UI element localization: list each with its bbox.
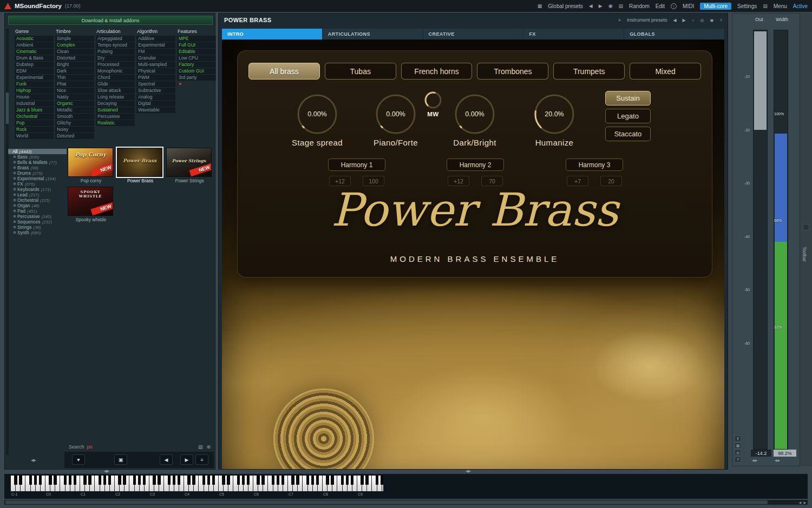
- tree-item-strings[interactable]: ⊕Strings(38): [8, 225, 67, 230]
- tag-tempo-synced[interactable]: Tempo synced: [96, 42, 135, 48]
- piano-key-black[interactable]: [99, 476, 102, 485]
- scroll-left-icon[interactable]: ◀: [798, 500, 801, 504]
- tag-orchestral[interactable]: Orchestral: [15, 114, 54, 120]
- tree-item-bass[interactable]: ⊕Bass(836): [8, 154, 67, 160]
- piano-key-black[interactable]: [39, 476, 42, 485]
- horizontal-scrollbar[interactable]: ◀ ▶: [4, 500, 808, 505]
- piano-key-black[interactable]: [242, 476, 245, 485]
- tag-organic[interactable]: Organic: [55, 101, 94, 107]
- width-meter[interactable]: [774, 30, 788, 450]
- piano-key-black[interactable]: [227, 476, 230, 485]
- tree-item-experimental[interactable]: ⊕Experimental(194): [8, 176, 67, 181]
- piano-key-black[interactable]: [381, 476, 383, 485]
- tab-fx[interactable]: FX: [523, 29, 624, 39]
- piano-key-black[interactable]: [207, 476, 211, 485]
- out-meter-range-arrows[interactable]: ◀▶: [752, 458, 758, 462]
- record-icon[interactable]: ◉: [608, 3, 613, 9]
- piano-key-black[interactable]: [187, 476, 191, 485]
- settings-button[interactable]: Settings: [737, 3, 757, 9]
- piano-key-black[interactable]: [118, 476, 121, 485]
- tag-dry[interactable]: Dry: [96, 55, 135, 61]
- browser-menu-button[interactable]: ≡: [195, 454, 208, 465]
- tag-slow-attack[interactable]: Slow attack: [96, 88, 135, 94]
- download-addons-button[interactable]: Download & Install addons: [8, 16, 213, 25]
- piano-key-black[interactable]: [351, 476, 354, 485]
- virtual-keys-icon[interactable]: ▤: [619, 3, 624, 9]
- search-input[interactable]: po: [87, 444, 93, 450]
- tag-experimental[interactable]: Experimental: [136, 42, 175, 48]
- tab-intro[interactable]: INTRO: [222, 29, 322, 39]
- tag-phat[interactable]: Phat: [55, 81, 94, 87]
- piano-key-black[interactable]: [29, 476, 32, 485]
- tree-item-orchestral[interactable]: ⊕Orchestral(115): [8, 197, 67, 203]
- french-horns-button[interactable]: French horns: [401, 63, 473, 80]
- tag-industrial[interactable]: Industrial: [15, 101, 54, 107]
- tag-sustained[interactable]: Sustained: [96, 107, 135, 113]
- prev-result-button[interactable]: ◀: [160, 454, 173, 465]
- harmony-2-button[interactable]: Harmony 2: [447, 159, 504, 171]
- piano-key-black[interactable]: [83, 476, 87, 485]
- tag-experimental[interactable]: Experimental: [15, 75, 54, 81]
- tree-item-synth[interactable]: ⊕Synth(680): [8, 230, 67, 235]
- tag-subtractive[interactable]: Subtractive: [136, 88, 175, 94]
- tag-thin[interactable]: Thin: [55, 75, 94, 81]
- horizontal-scrollbar-handle[interactable]: [5, 500, 768, 504]
- tag-glitchy[interactable]: Glitchy: [55, 120, 94, 126]
- piano-key-black[interactable]: [19, 476, 22, 485]
- trombones-button[interactable]: Trombones: [477, 63, 548, 80]
- knob-stage-spread[interactable]: 0.00%Stage spread: [279, 94, 355, 147]
- favorite-tag[interactable]: ♥: [177, 81, 216, 87]
- tree-item-lead[interactable]: ⊕Lead(217): [8, 192, 67, 197]
- tag-nasty[interactable]: Nasty: [55, 94, 94, 100]
- keyboard-icon[interactable]: ▤: [763, 3, 768, 9]
- global-presets-button[interactable]: Global presets: [548, 3, 582, 9]
- tree-item-organ[interactable]: ⊕Organ(48): [8, 203, 67, 208]
- tag-clean[interactable]: Clean: [55, 49, 94, 55]
- piano-key-black[interactable]: [277, 476, 280, 485]
- tab-creative[interactable]: CREATIVE: [423, 29, 523, 39]
- tag-house[interactable]: House: [15, 94, 54, 100]
- tag-distorted[interactable]: Distorted: [55, 55, 94, 61]
- piano-key-black[interactable]: [178, 476, 181, 485]
- scrollbar-handle[interactable]: [6, 93, 9, 124]
- preset-thumbnail-spooky-whistle[interactable]: SPOOKY WHISTLENEWSpooky whistle: [68, 187, 114, 222]
- piano-key-black[interactable]: [153, 476, 156, 485]
- tag-cinematic[interactable]: Cinematic: [15, 49, 54, 55]
- tag-digital[interactable]: Digital: [136, 101, 175, 107]
- tree-item-keyboards[interactable]: ⊕Keyboards(171): [8, 187, 67, 192]
- main-panel-resize-handle[interactable]: ◀▶: [466, 469, 470, 473]
- tag-physical[interactable]: Physical: [136, 68, 175, 74]
- piano-key-black[interactable]: [143, 476, 146, 485]
- tag-3rd-party[interactable]: 3rd party: [177, 75, 216, 81]
- piano-key-black[interactable]: [361, 476, 364, 485]
- tag-pop[interactable]: Pop: [15, 120, 54, 126]
- tree-item-drums[interactable]: ⊕Drums(275): [8, 170, 67, 176]
- piano-key-black[interactable]: [331, 476, 334, 485]
- morph-icon[interactable]: ○: [692, 18, 695, 23]
- piano-key-black[interactable]: [365, 476, 369, 485]
- piano-key-black[interactable]: [346, 476, 349, 485]
- tag-spectral[interactable]: Spectral: [136, 81, 175, 87]
- tag-smooth[interactable]: Smooth: [55, 114, 94, 120]
- legato-button[interactable]: Legato: [605, 109, 651, 123]
- tag-jazz-blues[interactable]: Jazz & blues: [15, 107, 54, 113]
- tag-chord[interactable]: Chord: [96, 75, 135, 81]
- random-button[interactable]: Random: [629, 3, 650, 9]
- tree-item-bells-mallets[interactable]: ⊕Bells & Mallets(77): [8, 160, 67, 165]
- piano-key-black[interactable]: [202, 476, 206, 485]
- tree-item-fx[interactable]: ⊕FX(676): [8, 181, 67, 187]
- tag-glide[interactable]: Glide: [96, 81, 135, 87]
- meter-mode-button[interactable]: ◎: [735, 450, 741, 456]
- mixed-button[interactable]: Mixed: [630, 63, 701, 80]
- piano-key-black[interactable]: [376, 476, 379, 485]
- search-keyboard-icon[interactable]: ▤: [198, 444, 203, 450]
- piano-key-black[interactable]: [247, 476, 250, 485]
- tag-acoustic[interactable]: Acoustic: [15, 36, 54, 42]
- meter-help-button[interactable]: ?: [735, 457, 741, 463]
- preset-thumbnail-power-brass[interactable]: Power BrassPower Brass: [117, 148, 163, 183]
- piano-key-black[interactable]: [341, 476, 344, 485]
- harmony-1-button[interactable]: Harmony 1: [328, 159, 385, 171]
- knob-humanize[interactable]: 20.0%Humanize: [516, 94, 592, 147]
- tree-resize-handle[interactable]: ◀▶: [31, 458, 36, 463]
- active-toggle[interactable]: Active: [793, 3, 808, 9]
